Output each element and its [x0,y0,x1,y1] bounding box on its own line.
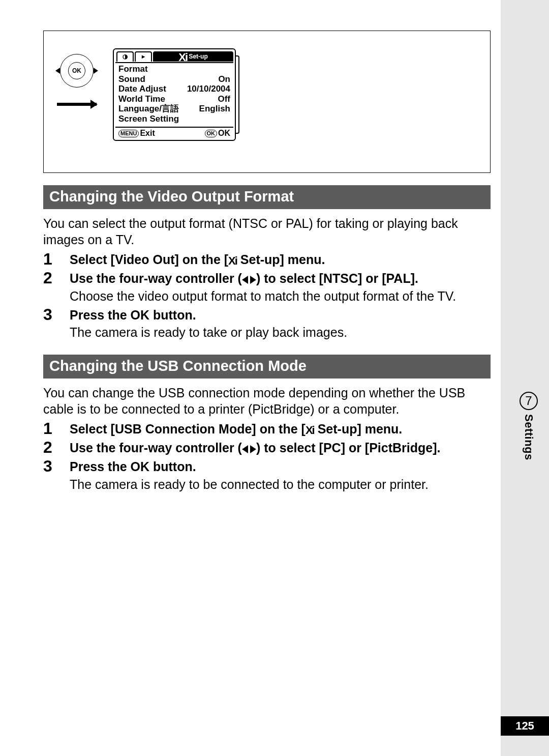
tab-setup: Xi Set-up [153,51,233,62]
chapter-tab: 7 Settings [517,392,540,460]
arrow-icon [57,103,97,106]
step-body: The camera is ready to be connected to t… [70,476,491,492]
triangle-left-icon [242,276,248,284]
section-heading-usb: Changing the USB Connection Mode [43,355,491,379]
step-title: Use the four-way controller () to select… [70,440,491,456]
chapter-number: 7 [520,392,538,410]
triangle-right-icon [250,445,256,453]
section-intro: You can change the USB connection mode d… [43,385,491,417]
menu-list: Format SoundOn Date Adjust10/10/2004 Wor… [115,63,233,126]
ok-badge: OK [205,130,218,137]
illustration: OK ◑ ▸ Xi Set-up Format SoundOn [43,31,491,173]
step-title: Press the OK button. [70,459,491,475]
steps-video: Select [Video Out] on the [Xi Set-up] me… [43,252,491,340]
tab-camera-icon: ◑ [116,51,134,62]
menu-badge: MENU [118,130,139,137]
step-title: Press the OK button. [70,307,491,323]
tab-play-icon: ▸ [135,51,152,62]
step-body: Choose the video output format to match … [70,288,491,304]
four-way-controller-icon: OK [60,54,94,88]
step-body: The camera is ready to take or play back… [70,324,491,340]
setup-icon: Xi [228,254,237,268]
section-heading-video: Changing the Video Output Format [43,185,491,209]
triangle-left-icon [242,445,248,453]
triangle-right-icon [250,276,256,284]
step-title: Select [Video Out] on the [Xi Set-up] me… [70,252,491,268]
lcd-screen: ◑ ▸ Xi Set-up Format SoundOn Date Adjust… [113,48,236,141]
page-number: 125 [501,716,549,736]
page-gutter [501,0,549,756]
section-intro: You can select the output format (NTSC o… [43,215,491,248]
step-title: Use the four-way controller () to select… [70,271,491,286]
step-title: Select [USB Connection Mode] on the [Xi … [70,421,491,437]
setup-icon: Xi [306,423,314,438]
setup-icon: Xi [178,51,187,64]
steps-usb: Select [USB Connection Mode] on the [Xi … [43,421,491,492]
chapter-label: Settings [522,414,535,460]
